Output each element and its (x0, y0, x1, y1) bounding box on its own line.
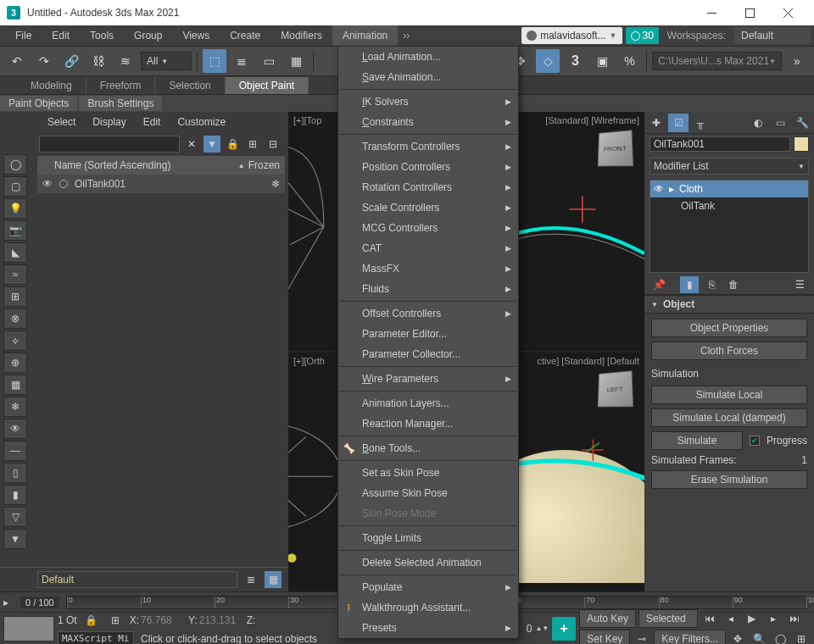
menu-edit[interactable]: Edit (42, 25, 80, 46)
anim-menu-parameter-collector[interactable]: Parameter Collector... (338, 344, 518, 364)
select-object-button[interactable]: ⬚ (203, 49, 226, 73)
view-b-icon[interactable]: ⊟ (265, 136, 282, 153)
set-key-plus-button[interactable]: + (552, 617, 576, 641)
key-filters-button[interactable]: Key Filters... (654, 630, 726, 645)
redo-button[interactable]: ↷ (32, 49, 56, 73)
frozen-icon[interactable]: ❄ (271, 178, 280, 190)
scene-list-header[interactable]: Name (Sorted Ascending) ▲ Frozen (37, 156, 285, 175)
filter-geometry-icon[interactable]: ◯ (3, 154, 27, 175)
tab-object-paint[interactable]: Object Paint (226, 77, 309, 94)
anim-menu-massfx[interactable]: MassFX▶ (338, 258, 518, 279)
maxscript-listener[interactable] (58, 631, 134, 645)
tab-modeling[interactable]: Modeling (17, 77, 86, 94)
menu-views[interactable]: Views (172, 25, 220, 46)
key-filter-dropdown[interactable]: Selected (638, 609, 698, 628)
simulate-local-button[interactable]: Simulate Local (651, 386, 807, 404)
cloth-forces-button[interactable]: Cloth Forces (651, 341, 807, 360)
clear-search-icon[interactable]: ✕ (183, 136, 200, 153)
workspaces-dropdown[interactable]: Default (734, 27, 811, 44)
anim-menu-fluids[interactable]: Fluids▶ (338, 279, 518, 299)
anim-menu-populate[interactable]: Populate▶ (338, 577, 518, 597)
display-tab-icon[interactable]: ▭ (770, 114, 790, 132)
nav-zoom-icon[interactable]: 🔍 (750, 630, 768, 645)
anim-menu-toggle-limits[interactable]: Toggle Limits (338, 528, 518, 548)
filter-groups-icon[interactable]: ⊞ (3, 286, 27, 307)
subtab-paint-objects[interactable]: Paint Objects (0, 96, 77, 111)
lock-icon[interactable]: 🔒 (224, 136, 241, 153)
filter-lights-icon[interactable]: 💡 (3, 198, 27, 219)
simulate-button[interactable]: Simulate (651, 431, 743, 450)
nav-max-icon[interactable]: ⊞ (792, 630, 811, 645)
anim-menu-delete-selected-animation[interactable]: Delete Selected Animation (338, 552, 518, 573)
modifier-list-dropdown[interactable]: Modifier List▼ (650, 158, 809, 175)
rollout-object[interactable]: ▼Object (644, 295, 814, 314)
anim-menu-mcg-controllers[interactable]: MCG Controllers▶ (338, 218, 518, 238)
modifier-cloth[interactable]: 👁▸Cloth (650, 180, 808, 197)
object-properties-button[interactable]: Object Properties (651, 319, 807, 337)
anim-menu-animation-layers[interactable]: Animation Layers... (338, 393, 518, 414)
goto-start-icon[interactable]: ⏮ (700, 609, 719, 628)
create-tab-icon[interactable]: ✚ (646, 114, 666, 132)
percent-snap-button[interactable]: % (617, 49, 641, 73)
scene-edit-menu[interactable]: Edit (135, 116, 170, 128)
show-end-result-icon[interactable]: ▮ (680, 276, 699, 293)
progress-checkbox[interactable]: ✔ (750, 436, 760, 446)
scene-display-menu[interactable]: Display (84, 116, 134, 128)
layer-dropdown[interactable]: Default (37, 571, 237, 588)
auto-key-button[interactable]: Auto Key (579, 609, 636, 628)
toolbar-overflow-icon[interactable]: » (785, 49, 809, 73)
modifier-oiltank[interactable]: OilTank (650, 197, 808, 214)
view-a-icon[interactable]: ⊞ (244, 136, 261, 153)
make-unique-icon[interactable]: ⎘ (702, 276, 721, 293)
menu-group[interactable]: Group (124, 25, 172, 46)
filter-shapes-icon[interactable]: ▢ (3, 176, 27, 197)
scene-search-input[interactable] (39, 136, 180, 153)
anim-menu-save-animation[interactable]: Save Animation... (338, 67, 518, 87)
link-button[interactable]: 🔗 (59, 49, 83, 73)
unlink-button[interactable]: ⛓ (86, 49, 110, 73)
tab-freeform[interactable]: Freeform (86, 77, 156, 94)
spinner-value[interactable]: 0 (527, 623, 532, 635)
trial-days-chip[interactable]: 30 (626, 27, 659, 44)
modify-tab-icon[interactable]: ☑ (668, 114, 689, 132)
menu-file[interactable]: File (5, 25, 42, 46)
user-account-chip[interactable]: malavidasoft... ▼ (521, 27, 622, 44)
filter-a-icon[interactable]: ▯ (3, 463, 27, 483)
anim-menu-presets[interactable]: Presets▶ (338, 618, 518, 638)
anim-menu-set-as-skin-pose[interactable]: Set as Skin Pose (338, 463, 518, 483)
visibility-icon[interactable]: 👁 (42, 178, 53, 190)
layer-b-icon[interactable]: ▦ (265, 571, 282, 588)
scene-item-oiltank[interactable]: 👁 OilTank001 ❄ (37, 175, 285, 193)
hierarchy-tab-icon[interactable]: ╥ (690, 114, 711, 132)
close-button[interactable] (769, 0, 807, 25)
subtab-brush-settings[interactable]: Brush Settings (79, 96, 162, 111)
pin-stack-icon[interactable]: 📌 (650, 276, 668, 293)
anim-menu-scale-controllers[interactable]: Scale Controllers▶ (338, 197, 518, 218)
anim-menu-offset-controllers[interactable]: Offset Controllers▶ (338, 303, 518, 324)
anim-menu-cat[interactable]: CAT▶ (338, 238, 518, 258)
simulate-local-damped-button[interactable]: Simulate Local (damped) (651, 408, 807, 427)
anim-menu-constraints[interactable]: Constraints▶ (338, 112, 518, 132)
maximize-button[interactable] (731, 0, 769, 25)
anim-menu-bone-tools[interactable]: 🦴Bone Tools... (338, 438, 518, 458)
erase-simulation-button[interactable]: Erase Simulation (651, 470, 807, 489)
rect-region-button[interactable]: ▭ (257, 49, 281, 73)
scene-customize-menu[interactable]: Customize (169, 116, 234, 128)
anim-menu-assume-skin-pose[interactable]: Assume Skin Pose (338, 483, 518, 503)
filter-frozen-icon[interactable]: ❄ (3, 397, 27, 417)
configure-sets-icon[interactable]: ☰ (790, 276, 809, 293)
menu-overflow-icon[interactable]: ›› (403, 30, 410, 42)
filter-r-icon[interactable]: ⊕ (3, 353, 27, 373)
scene-select-menu[interactable]: Select (39, 116, 84, 128)
filter-hidden-icon[interactable]: 👁 (3, 419, 27, 439)
key-mode-icon[interactable]: ⊸ (633, 630, 651, 645)
filter-sep-icon[interactable]: — (3, 441, 27, 461)
nav-pan-icon[interactable]: ✥ (728, 630, 747, 645)
anim-menu-reaction-manager[interactable]: Reaction Manager... (338, 414, 518, 434)
modifier-stack[interactable]: 👁▸Cloth OilTank (650, 180, 809, 273)
anim-menu-ik-solvers[interactable]: IK Solvers▶ (338, 92, 518, 112)
set-key-button[interactable]: Set Key (579, 630, 630, 645)
object-color-swatch[interactable] (794, 136, 809, 152)
motion-tab-icon[interactable]: ◐ (748, 114, 768, 132)
menu-tools[interactable]: Tools (80, 25, 124, 46)
